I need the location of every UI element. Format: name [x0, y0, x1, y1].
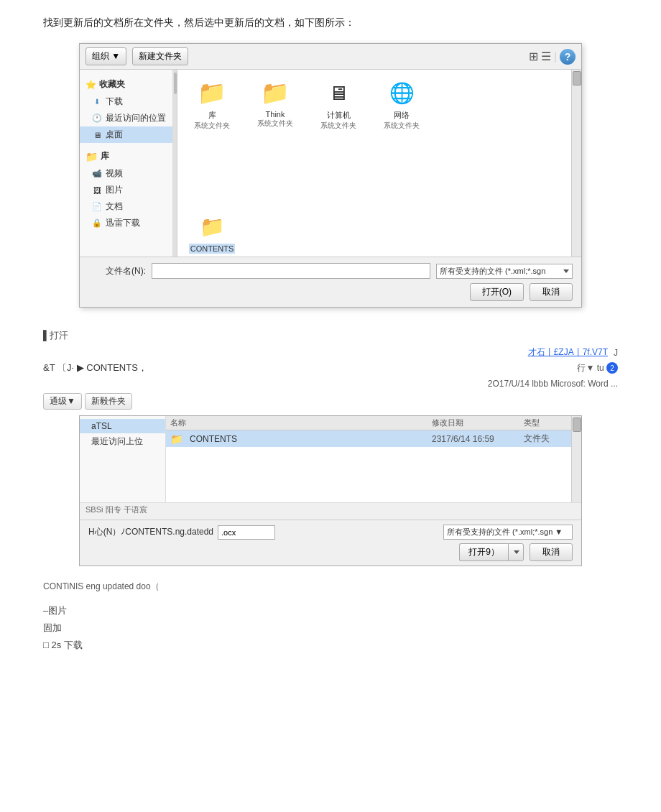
filename-label: 文件名(N):	[88, 265, 146, 277]
library-large-icon: 📁	[195, 78, 229, 107]
video-icon	[91, 168, 103, 180]
col-headers: 名称 修改日期 类型	[166, 416, 571, 430]
second-file-item-contents[interactable]: CONTENTS 2317/6/14 16:59 文件失	[166, 430, 571, 447]
second-file-date: 2317/6/14 16:59	[432, 434, 518, 444]
file-item-network[interactable]: 🌐 网络 系统文件夹	[373, 75, 430, 134]
download-label: 下载	[106, 96, 123, 108]
file-type-library: 系统文件夹	[194, 121, 230, 131]
download-icon	[91, 96, 103, 108]
cancel-button[interactable]: 取消	[530, 283, 573, 301]
new-folder-btn2[interactable]: 新毅件夹	[85, 393, 132, 410]
sidebar-item-desktop[interactable]: 桌面	[80, 126, 172, 143]
sidebar-item-fastdownload[interactable]: 迅雷下载	[80, 215, 172, 231]
filetype-dropdown-icon	[563, 269, 569, 273]
intro-text: 找到更新后的文档所在文件夹，然后选中更新后的文档，如下图所示：	[43, 14, 618, 30]
recent-icon	[91, 113, 103, 124]
col-header-date: 修改日期	[432, 417, 518, 428]
lock-icon	[91, 218, 103, 229]
library-label: 库	[101, 150, 109, 162]
info-suffix: J	[614, 348, 618, 358]
dialog-toolbar: 组织 ▼ 新建文件夹 ⊞ ☰ | ?	[80, 44, 581, 70]
sidebar-library-section: 库 视频 图片 文档 迅雷下载	[80, 147, 172, 231]
open-dropdown-icon	[514, 550, 519, 554]
main-scrollbar[interactable]	[571, 70, 581, 257]
document-label: 文档	[106, 200, 123, 213]
star-icon	[85, 80, 96, 90]
second-sidebar-label2: 最近访问上位	[91, 435, 143, 448]
second-folder-icon	[170, 433, 182, 445]
second-main-area: 名称 修改日期 类型 CONTENTS 2317/6/14 16:59 文件失	[166, 416, 571, 502]
footer-buttons: 打开(O) 取消	[88, 283, 573, 301]
bottom-line3: □ 2s 下载	[43, 639, 618, 652]
col-header-name: 名称	[170, 417, 426, 428]
sidebar-item-video[interactable]: 视频	[80, 165, 172, 182]
filetype-label: 所有受支持的文件 (*.xml;*.sgn	[440, 266, 562, 277]
second-sidebar-label1: aTSL	[91, 421, 112, 431]
dialog-footer: 文件名(N): 所有受支持的文件 (*.xml;*.sgn 打开(O) 取消	[80, 257, 581, 307]
second-sidebar-item2[interactable]: 最近访问上位	[80, 433, 165, 450]
image-label: 图片	[106, 184, 123, 196]
file-item-think[interactable]: 📁 Think 系统文件夹	[246, 75, 304, 134]
tags-row: SBSi 阳专 干语宸	[80, 502, 581, 517]
view-icon2: ☰	[541, 50, 551, 63]
video-label: 视频	[106, 167, 123, 180]
second-open-button[interactable]: 打开9）	[459, 543, 508, 561]
dialog-sidebar: 收藏夹 下载 最近访问的位置 桌面 库	[80, 70, 173, 257]
toolbar-label: &T 〔J· ▶ CONTENTS，	[43, 361, 147, 374]
file-dialog-screenshot: 组织 ▼ 新建文件夹 ⊞ ☰ | ? 收藏夹 下载	[79, 43, 582, 308]
sidebar-item-document[interactable]: 文档	[80, 198, 172, 215]
file-name-think: Think	[266, 110, 285, 119]
tags-label: SBSi 阳专 干语宸	[85, 504, 147, 515]
sidebar-item-recent[interactable]: 最近访问的位置	[80, 110, 172, 126]
second-cancel-button[interactable]: 取消	[530, 543, 573, 561]
bottom-section: –图片 固加 □ 2s 下载	[43, 604, 618, 652]
library-folder-icon	[85, 151, 98, 162]
new-folder-button[interactable]: 新建文件夹	[132, 47, 188, 65]
organize-button[interactable]: 组织 ▼	[85, 47, 126, 65]
file-item-contents[interactable]: 📁 CONTENTS	[183, 209, 241, 257]
open-arrow-button[interactable]	[508, 543, 524, 561]
footer-filename-row: 文件名(N): 所有受支持的文件 (*.xml;*.sgn	[88, 263, 573, 279]
bottom-line1: –图片	[43, 604, 618, 617]
second-file-type: 文件失	[524, 433, 567, 445]
row-label: 行▼	[577, 363, 594, 373]
new-folder-label: 新建文件夹	[139, 50, 182, 63]
path-button[interactable]: 通级▼	[43, 393, 82, 410]
path-bar: 通级▼ 新毅件夹	[43, 393, 618, 410]
sidebar-item-image[interactable]: 图片	[80, 182, 172, 198]
second-sidebar-item1[interactable]: aTSL	[80, 419, 165, 433]
organize-label: 组织 ▼	[92, 50, 120, 63]
second-filename-label: H心(N）ﾉCONTENTS.ng.datedd	[88, 526, 213, 538]
help-button[interactable]: ?	[560, 49, 576, 65]
打汗-label: ▌打汗	[43, 329, 618, 342]
second-filetype-label: 所有受支持的文件 (*.xml;*.sgn ▼	[447, 527, 569, 538]
dialog-body: 收藏夹 下载 最近访问的位置 桌面 库	[80, 70, 581, 257]
tu-label: tu	[597, 363, 604, 373]
image-icon	[91, 185, 103, 196]
second-footer-row1: H心(N）ﾉCONTENTS.ng.datedd 所有受支持的文件 (*.xml…	[88, 525, 573, 540]
doc-icon	[91, 201, 103, 213]
filename-input[interactable]	[152, 263, 430, 279]
sidebar-item-download[interactable]: 下载	[80, 93, 172, 110]
sidebar-library-header: 库	[80, 147, 172, 165]
file-name-contents: CONTENTS	[189, 244, 236, 254]
second-dialog-footer: H心(N）ﾉCONTENTS.ng.datedd 所有受支持的文件 (*.xml…	[80, 520, 581, 566]
contents-large-icon: 📁	[195, 212, 229, 241]
file-item-library[interactable]: 📁 库 系统文件夹	[183, 75, 241, 134]
info-link[interactable]: 才石丨£ZJA丨7f.V7T	[528, 346, 608, 359]
open-button[interactable]: 打开(O)	[470, 283, 524, 301]
network-large-icon: 🌐	[384, 78, 419, 107]
second-filename-input[interactable]	[218, 525, 275, 540]
file-type-network: 系统文件夹	[384, 121, 420, 131]
desktop-icon	[91, 129, 103, 141]
toolbar-row: &T 〔J· ▶ CONTENTS， 行▼ tu 2	[43, 361, 618, 374]
toolbar-right: 行▼ tu 2	[577, 362, 618, 374]
right-info: 2O17/U/14 lbbb Microsof: Word ...	[488, 379, 618, 389]
desktop-label: 桌面	[106, 129, 123, 141]
file-item-computer[interactable]: 🖥 计算机 系统文件夹	[310, 75, 367, 134]
toolbar-left: &T 〔J· ▶ CONTENTS，	[43, 361, 147, 374]
second-dialog-body-area: aTSL 最近访问上位 名称 修改日期 类型 CONTENTS 2317/6/1…	[80, 416, 581, 502]
badge: 2	[606, 362, 618, 374]
second-scrollbar[interactable]	[571, 416, 581, 502]
computer-large-icon: 🖥	[321, 78, 356, 107]
